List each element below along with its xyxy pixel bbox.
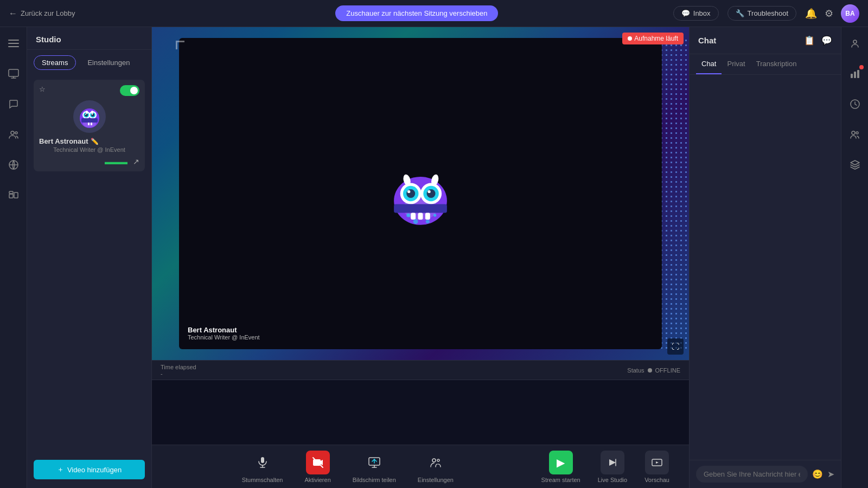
- inbox-icon: 💬: [681, 9, 690, 17]
- live-studio-button[interactable]: Live Studio: [589, 446, 636, 487]
- play-icon: ▶: [549, 451, 573, 474]
- chat-input-area: 😊 ➤: [690, 460, 841, 488]
- chat-tabs: Chat Privat Transkription: [690, 54, 841, 75]
- right-rail-clock[interactable]: [845, 94, 865, 114]
- tab-transkription[interactable]: Transkription: [751, 54, 802, 74]
- bell-icon[interactable]: 🔔: [805, 8, 817, 20]
- troubleshoot-button[interactable]: 🔧 Troubleshoot: [727, 6, 796, 21]
- fullscreen-button[interactable]: ⛶: [667, 338, 684, 355]
- mute-label: Stummschalten: [242, 477, 283, 483]
- dot-pattern: [659, 38, 689, 349]
- svg-rect-9: [9, 191, 13, 194]
- svg-point-17: [91, 113, 94, 117]
- svg-rect-7: [9, 194, 13, 198]
- right-rail-group[interactable]: [845, 125, 865, 144]
- mic-icon: [251, 451, 275, 474]
- stream-name: Bert Astronaut ✏️: [39, 137, 139, 145]
- chat-header-icons: 📋 💬: [804, 35, 832, 46]
- topbar-right: 💬 Inbox 🔧 Troubleshoot 🔔 ⚙ BA: [673, 4, 859, 23]
- svg-point-4: [11, 131, 14, 134]
- stream-role: Technical Writer @ InEvent: [39, 146, 139, 153]
- chat-title: Chat: [698, 36, 716, 45]
- studio-tabs: Streams Einstellungen: [27, 50, 151, 75]
- right-rail-people[interactable]: [845, 34, 865, 53]
- video-button[interactable]: Aktivieren: [293, 446, 341, 487]
- tab-chat[interactable]: Chat: [696, 54, 722, 74]
- external-link-icon[interactable]: ↗: [133, 157, 139, 166]
- video-status-bar: Time elapsed - Status OFFLINE: [152, 360, 689, 380]
- tab-privat[interactable]: Privat: [722, 54, 750, 74]
- left-icon-sidebar: [0, 27, 27, 488]
- preview-label: Vorschau: [644, 477, 669, 483]
- settings-icon[interactable]: ⚙: [825, 8, 833, 20]
- edit-icon[interactable]: ✏️: [91, 138, 99, 145]
- chart-badge: [859, 65, 864, 69]
- recording-label: Aufnahme läuft: [634, 35, 678, 42]
- sidebar-item-monitor[interactable]: [4, 64, 23, 84]
- signal-icon: ▬▬▬: [105, 157, 127, 166]
- stream-card: ☆: [34, 80, 145, 171]
- right-rail-chart[interactable]: [845, 64, 865, 84]
- mute-button[interactable]: Stummschalten: [231, 446, 294, 487]
- notes-icon[interactable]: 📋: [804, 35, 815, 46]
- chat-input[interactable]: [696, 466, 808, 483]
- preview-button[interactable]: Vorschau: [636, 446, 678, 487]
- move-audience-button[interactable]: Zuschauer zur nächsten Sitzung verschieb…: [335, 5, 498, 21]
- star-icon[interactable]: ☆: [39, 85, 46, 93]
- sidebar-item-group[interactable]: [4, 185, 23, 205]
- settings-button[interactable]: Einstellungen: [407, 446, 464, 487]
- avatar[interactable]: BA: [841, 4, 859, 23]
- screen-share-button[interactable]: Bildschirm teilen: [342, 446, 407, 487]
- svg-point-47: [432, 459, 436, 462]
- sidebar-item-people[interactable]: [4, 125, 23, 144]
- tab-streams[interactable]: Streams: [34, 55, 76, 70]
- add-video-label: Video hinzufügen: [67, 466, 122, 474]
- svg-point-32: [427, 189, 436, 198]
- sidebar-item-chat[interactable]: [4, 94, 23, 114]
- preview-icon: [645, 451, 669, 474]
- emoji-icon[interactable]: 😊: [812, 469, 823, 479]
- stream-start-button[interactable]: ▶ Stream starten: [533, 446, 589, 487]
- add-video-button[interactable]: ＋ Video hinzufügen: [34, 460, 145, 479]
- video-label: Aktivieren: [304, 477, 330, 483]
- svg-rect-39: [418, 213, 423, 220]
- video-role: Technical Writer @ InEvent: [188, 334, 260, 341]
- chat-body: [690, 75, 841, 460]
- svg-point-18: [85, 114, 86, 115]
- svg-point-19: [92, 114, 93, 115]
- main-layout: Studio Streams Einstellungen ☆: [0, 27, 868, 488]
- svg-rect-0: [8, 40, 19, 41]
- stream-toggle[interactable]: [120, 85, 139, 96]
- back-button[interactable]: ← Zurück zur Lobby: [9, 9, 75, 18]
- chat-bubble-icon[interactable]: 💬: [821, 35, 832, 46]
- offline-dot: [648, 368, 652, 373]
- studio-header: Studio: [27, 27, 151, 50]
- svg-point-5: [15, 132, 17, 134]
- status-section: Status OFFLINE: [627, 367, 680, 374]
- stream-avatar: [73, 100, 106, 133]
- svg-rect-52: [854, 72, 856, 78]
- svg-point-48: [437, 459, 439, 461]
- troubleshoot-icon: 🔧: [736, 9, 744, 17]
- svg-rect-51: [851, 74, 853, 78]
- sidebar-item-globe[interactable]: [4, 155, 23, 175]
- video-frame: Bert Astronaut Technical Writer @ InEven…: [179, 38, 662, 349]
- chat-panel: Chat 📋 💬 Chat Privat Transkription 😊 ➤: [689, 27, 841, 488]
- right-rail-layers[interactable]: [845, 155, 865, 175]
- camera-icon: [306, 451, 330, 474]
- send-icon[interactable]: ➤: [827, 469, 834, 479]
- sidebar-item-menu[interactable]: [4, 34, 23, 53]
- svg-rect-1: [8, 43, 19, 44]
- stream-card-bottom: ▬▬▬ ↗: [39, 157, 139, 166]
- svg-point-56: [856, 132, 858, 134]
- inbox-label: Inbox: [693, 9, 711, 17]
- back-arrow-icon: ←: [9, 9, 17, 18]
- right-rail: [841, 27, 868, 488]
- live-studio-icon: [601, 451, 624, 474]
- svg-rect-3: [9, 69, 18, 76]
- video-container: Bert Astronaut Technical Writer @ InEven…: [152, 27, 689, 360]
- screen-share-label: Bildschirm teilen: [353, 477, 396, 483]
- tab-einstellungen[interactable]: Einstellungen: [79, 55, 138, 70]
- frame-corner-tl: [176, 41, 184, 49]
- inbox-button[interactable]: 💬 Inbox: [673, 6, 719, 21]
